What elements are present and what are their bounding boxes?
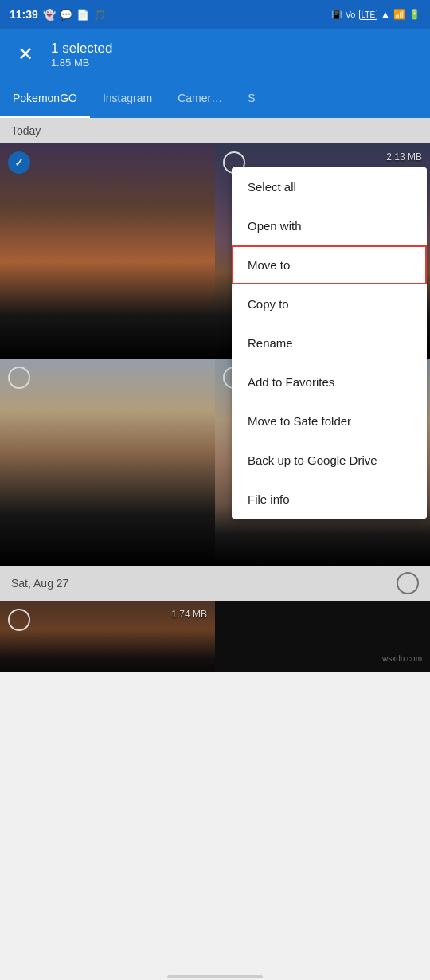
menu-item-add-favorites[interactable]: Add to Favorites: [232, 363, 427, 402]
close-button[interactable]: ✕: [13, 41, 38, 67]
tab-instagram[interactable]: Instagram: [90, 80, 165, 118]
menu-item-open-with[interactable]: Open with: [232, 206, 427, 245]
menu-item-copy-to[interactable]: Copy to: [232, 284, 427, 323]
shazam-icon: 🎵: [93, 9, 106, 21]
content-area: Today 2.13 MB Sat, Aug 27: [0, 118, 430, 672]
bottom-handle: [167, 975, 263, 978]
tab-pokemongo[interactable]: PokemonGO: [0, 80, 90, 118]
files-icon: 📄: [76, 9, 89, 21]
wifi-calling-icon: Vo: [346, 10, 356, 19]
status-time: 11:39: [10, 8, 38, 21]
signal-icon: ▲: [381, 9, 390, 20]
snapchat-icon: 👻: [43, 9, 56, 21]
app-bar: ✕ 1 selected 1.85 MB: [0, 29, 430, 80]
menu-item-file-info[interactable]: File info: [232, 480, 427, 519]
selection-title: 1 selected: [51, 41, 417, 57]
tabs-bar: PokemonGO Instagram Camer… S: [0, 80, 430, 118]
status-icons-left: 👻 💬 📄 🎵: [43, 9, 106, 21]
menu-item-backup[interactable]: Back up to Google Drive: [232, 441, 427, 480]
tab-camera[interactable]: Camer…: [165, 80, 235, 118]
vibrate-icon: 📳: [331, 10, 342, 20]
menu-item-move-to[interactable]: Move to: [232, 245, 427, 284]
dropdown-menu: Select all Open with Move to Copy to Ren…: [232, 167, 427, 519]
messaging-icon: 💬: [60, 9, 72, 21]
menu-item-rename[interactable]: Rename: [232, 323, 427, 363]
battery-icon: 🔋: [408, 9, 420, 20]
lte-icon: LTE: [359, 10, 378, 20]
status-bar: 11:39 👻 💬 📄 🎵 📳 Vo LTE ▲ 📶 🔋: [0, 0, 430, 29]
signal2-icon: 📶: [393, 9, 405, 20]
bottom-bar: [0, 974, 430, 980]
menu-item-move-safe[interactable]: Move to Safe folder: [232, 402, 427, 441]
menu-item-select-all[interactable]: Select all: [232, 167, 427, 206]
selection-info: 1 selected 1.85 MB: [51, 41, 417, 69]
tab-s[interactable]: S: [235, 80, 268, 118]
status-icons-right: 📳 Vo LTE ▲ 📶 🔋: [331, 9, 420, 20]
selection-size: 1.85 MB: [51, 57, 417, 69]
